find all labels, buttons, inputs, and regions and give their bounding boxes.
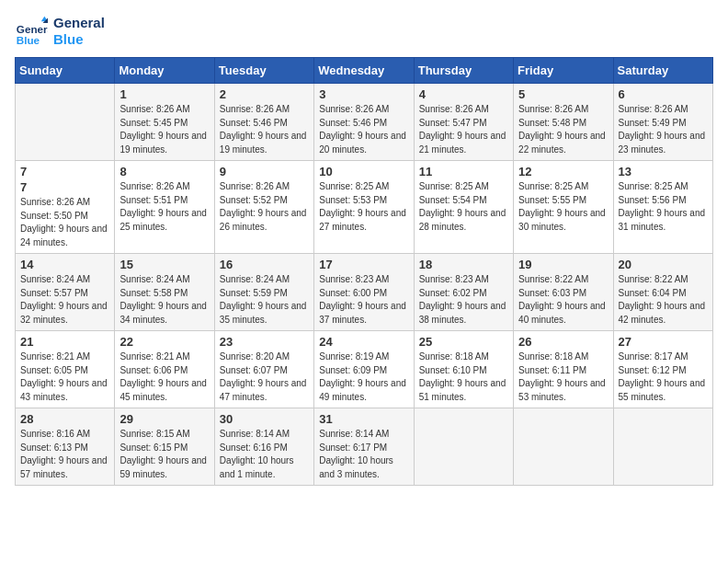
calendar-cell: 31Sunrise: 8:14 AM Sunset: 6:17 PM Dayli… xyxy=(314,408,414,486)
day-number: 4 xyxy=(419,87,508,101)
day-number: 14 xyxy=(20,258,109,271)
calendar-cell xyxy=(16,84,115,161)
day-number: 7 xyxy=(20,165,109,178)
calendar-cell: 11Sunrise: 8:25 AM Sunset: 5:54 PM Dayli… xyxy=(414,161,513,254)
logo-line2: Blue xyxy=(53,31,105,48)
day-info: Sunrise: 8:22 AM Sunset: 6:04 PM Dayligh… xyxy=(619,273,708,327)
calendar-cell: 1Sunrise: 8:26 AM Sunset: 5:45 PM Daylig… xyxy=(115,84,214,161)
day-number: 11 xyxy=(419,165,508,178)
day-number: 1 xyxy=(119,87,209,101)
logo-icon: General Blue xyxy=(15,15,48,48)
day-info: Sunrise: 8:17 AM Sunset: 6:12 PM Dayligh… xyxy=(619,350,708,404)
day-number: 28 xyxy=(20,412,109,426)
day-info: Sunrise: 8:23 AM Sunset: 6:02 PM Dayligh… xyxy=(419,273,508,327)
day-info: Sunrise: 8:26 AM Sunset: 5:49 PM Dayligh… xyxy=(619,103,708,156)
week-row-1: 77Sunrise: 8:26 AM Sunset: 5:50 PM Dayli… xyxy=(16,161,713,254)
day-info: Sunrise: 8:14 AM Sunset: 6:16 PM Dayligh… xyxy=(220,428,309,481)
day-number: 2 xyxy=(220,87,309,101)
day-number: 26 xyxy=(518,335,608,349)
weekday-header-friday: Friday xyxy=(514,58,613,84)
logo: General Blue General Blue xyxy=(15,15,105,48)
calendar-cell: 13Sunrise: 8:25 AM Sunset: 5:56 PM Dayli… xyxy=(613,161,712,254)
header: General Blue General Blue xyxy=(15,15,713,48)
calendar-cell xyxy=(514,408,613,486)
day-info: Sunrise: 8:16 AM Sunset: 6:13 PM Dayligh… xyxy=(20,428,109,481)
day-info: Sunrise: 8:26 AM Sunset: 5:52 PM Dayligh… xyxy=(220,180,309,234)
calendar-cell: 18Sunrise: 8:23 AM Sunset: 6:02 PM Dayli… xyxy=(414,254,513,331)
day-number: 30 xyxy=(220,412,309,426)
calendar-cell: 23Sunrise: 8:20 AM Sunset: 6:07 PM Dayli… xyxy=(214,331,313,408)
calendar-cell: 9Sunrise: 8:26 AM Sunset: 5:52 PM Daylig… xyxy=(214,161,313,254)
day-info: Sunrise: 8:24 AM Sunset: 5:59 PM Dayligh… xyxy=(220,273,309,327)
day-info: Sunrise: 8:26 AM Sunset: 5:48 PM Dayligh… xyxy=(518,103,608,156)
day-info: Sunrise: 8:14 AM Sunset: 6:17 PM Dayligh… xyxy=(319,428,408,481)
day-info: Sunrise: 8:22 AM Sunset: 6:03 PM Dayligh… xyxy=(518,273,608,327)
day-number: 6 xyxy=(619,87,708,101)
calendar-cell: 15Sunrise: 8:24 AM Sunset: 5:58 PM Dayli… xyxy=(115,254,214,331)
weekday-header-monday: Monday xyxy=(115,58,214,84)
calendar-cell: 26Sunrise: 8:18 AM Sunset: 6:11 PM Dayli… xyxy=(514,331,613,408)
day-number: 5 xyxy=(518,87,608,101)
day-info: Sunrise: 8:18 AM Sunset: 6:11 PM Dayligh… xyxy=(518,350,608,404)
day-info: Sunrise: 8:21 AM Sunset: 6:05 PM Dayligh… xyxy=(20,350,109,404)
calendar-table: SundayMondayTuesdayWednesdayThursdayFrid… xyxy=(15,57,713,486)
calendar-cell: 3Sunrise: 8:26 AM Sunset: 5:46 PM Daylig… xyxy=(314,84,414,161)
day-number: 3 xyxy=(319,87,408,101)
day-info: Sunrise: 8:19 AM Sunset: 6:09 PM Dayligh… xyxy=(319,350,408,404)
week-row-2: 14Sunrise: 8:24 AM Sunset: 5:57 PM Dayli… xyxy=(16,254,713,331)
week-row-3: 21Sunrise: 8:21 AM Sunset: 6:05 PM Dayli… xyxy=(16,331,713,408)
calendar-cell xyxy=(613,408,712,486)
calendar-cell: 12Sunrise: 8:25 AM Sunset: 5:55 PM Dayli… xyxy=(514,161,613,254)
logo-line1: General xyxy=(53,15,105,31)
day-info: Sunrise: 8:25 AM Sunset: 5:54 PM Dayligh… xyxy=(419,180,508,234)
day-info: Sunrise: 8:26 AM Sunset: 5:46 PM Dayligh… xyxy=(220,103,309,156)
day-number: 9 xyxy=(220,165,309,178)
calendar-cell: 4Sunrise: 8:26 AM Sunset: 5:47 PM Daylig… xyxy=(414,84,513,161)
weekday-header-tuesday: Tuesday xyxy=(214,58,313,84)
day-info: Sunrise: 8:23 AM Sunset: 6:00 PM Dayligh… xyxy=(319,273,408,327)
weekday-header-sunday: Sunday xyxy=(16,58,115,84)
day-info: Sunrise: 8:24 AM Sunset: 5:57 PM Dayligh… xyxy=(20,273,109,327)
day-info: Sunrise: 8:25 AM Sunset: 5:55 PM Dayligh… xyxy=(518,180,608,234)
weekday-header-row: SundayMondayTuesdayWednesdayThursdayFrid… xyxy=(16,58,713,84)
day-number: 10 xyxy=(319,165,408,178)
calendar-cell: 14Sunrise: 8:24 AM Sunset: 5:57 PM Dayli… xyxy=(16,254,115,331)
day-info: Sunrise: 8:26 AM Sunset: 5:50 PM Dayligh… xyxy=(20,196,109,249)
day-number: 25 xyxy=(419,335,508,349)
calendar-cell: 2Sunrise: 8:26 AM Sunset: 5:46 PM Daylig… xyxy=(214,84,313,161)
calendar-cell: 21Sunrise: 8:21 AM Sunset: 6:05 PM Dayli… xyxy=(16,331,115,408)
day-info: Sunrise: 8:26 AM Sunset: 5:45 PM Dayligh… xyxy=(119,103,209,156)
day-number: 16 xyxy=(220,258,309,271)
day-info: Sunrise: 8:25 AM Sunset: 5:56 PM Dayligh… xyxy=(619,180,708,234)
calendar-cell: 16Sunrise: 8:24 AM Sunset: 5:59 PM Dayli… xyxy=(214,254,313,331)
day-info: Sunrise: 8:21 AM Sunset: 6:06 PM Dayligh… xyxy=(119,350,209,404)
day-number: 8 xyxy=(119,165,209,178)
day-info: Sunrise: 8:24 AM Sunset: 5:58 PM Dayligh… xyxy=(119,273,209,327)
day-number: 19 xyxy=(518,258,608,271)
day-number: 22 xyxy=(119,335,209,349)
day-number: 20 xyxy=(619,258,708,271)
day-number: 18 xyxy=(419,258,508,271)
day-info: Sunrise: 8:15 AM Sunset: 6:15 PM Dayligh… xyxy=(119,428,209,481)
calendar-cell: 30Sunrise: 8:14 AM Sunset: 6:16 PM Dayli… xyxy=(214,408,313,486)
day-info: Sunrise: 8:20 AM Sunset: 6:07 PM Dayligh… xyxy=(220,350,309,404)
calendar-cell: 29Sunrise: 8:15 AM Sunset: 6:15 PM Dayli… xyxy=(115,408,214,486)
day-info: Sunrise: 8:26 AM Sunset: 5:51 PM Dayligh… xyxy=(119,180,209,234)
week-row-4: 28Sunrise: 8:16 AM Sunset: 6:13 PM Dayli… xyxy=(16,408,713,486)
calendar-cell xyxy=(414,408,513,486)
day-info: Sunrise: 8:26 AM Sunset: 5:46 PM Dayligh… xyxy=(319,103,408,156)
svg-text:General: General xyxy=(17,23,48,35)
day-number: 29 xyxy=(119,412,209,426)
day-number: 13 xyxy=(619,165,708,178)
svg-text:Blue: Blue xyxy=(17,34,40,46)
day-info: Sunrise: 8:26 AM Sunset: 5:47 PM Dayligh… xyxy=(419,103,508,156)
calendar-cell: 19Sunrise: 8:22 AM Sunset: 6:03 PM Dayli… xyxy=(514,254,613,331)
calendar-cell: 8Sunrise: 8:26 AM Sunset: 5:51 PM Daylig… xyxy=(115,161,214,254)
week-row-0: 1Sunrise: 8:26 AM Sunset: 5:45 PM Daylig… xyxy=(16,84,713,161)
calendar-cell: 27Sunrise: 8:17 AM Sunset: 6:12 PM Dayli… xyxy=(613,331,712,408)
calendar-cell: 6Sunrise: 8:26 AM Sunset: 5:49 PM Daylig… xyxy=(613,84,712,161)
day-number: 17 xyxy=(319,258,408,271)
calendar-cell: 5Sunrise: 8:26 AM Sunset: 5:48 PM Daylig… xyxy=(514,84,613,161)
calendar-cell: 77Sunrise: 8:26 AM Sunset: 5:50 PM Dayli… xyxy=(16,161,115,254)
day-number: 24 xyxy=(319,335,408,349)
